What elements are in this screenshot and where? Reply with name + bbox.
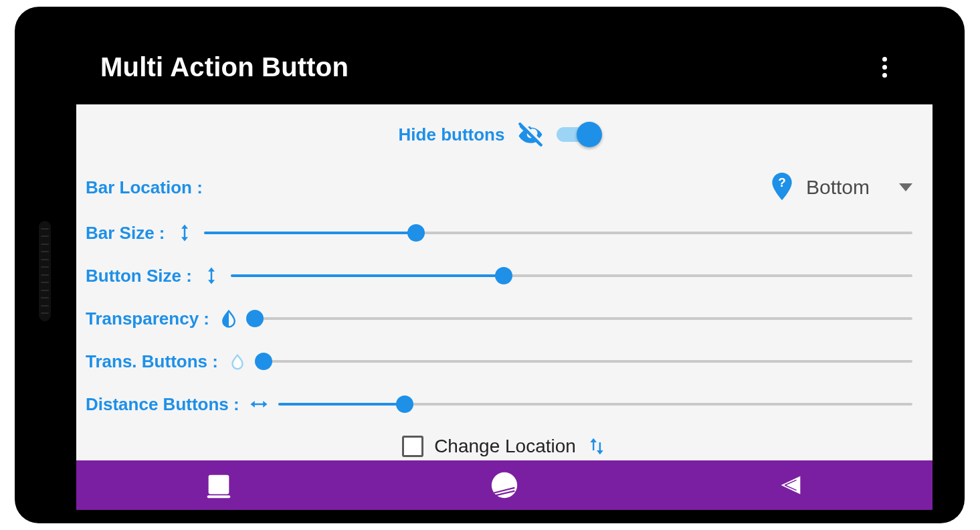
svg-rect-3 — [207, 495, 231, 498]
hide-buttons-row: Hide buttons — [86, 120, 912, 149]
svg-text:?: ? — [778, 175, 786, 189]
settings-content: Hide buttons Bar Location : ? — [76, 104, 933, 426]
bar-size-label: Bar Size : — [86, 223, 165, 244]
svg-rect-2 — [209, 475, 229, 495]
button-size-label: Button Size : — [86, 266, 192, 286]
transparency-slider[interactable] — [248, 308, 912, 329]
chevron-down-icon — [899, 183, 912, 191]
swap-vertical-icon — [587, 435, 607, 458]
nav-recent-button[interactable] — [203, 470, 234, 501]
bar-size-row: Bar Size : — [86, 211, 912, 254]
hide-buttons-toggle[interactable] — [557, 127, 599, 142]
device-frame: Multi Action Button Hide buttons Bar Loc… — [15, 7, 965, 523]
help-pin-icon[interactable]: ? — [770, 173, 794, 202]
trans-buttons-row: Trans. Buttons : — [86, 340, 912, 383]
distance-buttons-label: Distance Buttons : — [86, 394, 239, 415]
button-size-row: Button Size : — [86, 254, 912, 297]
vertical-arrows-icon — [201, 266, 221, 286]
distance-buttons-slider[interactable] — [278, 394, 912, 414]
app-title: Multi Action Button — [76, 52, 349, 82]
bar-size-slider[interactable] — [204, 223, 913, 243]
horizontal-arrows-icon — [249, 394, 269, 414]
app-screen: Hide buttons Bar Location : ? — [76, 104, 933, 510]
distance-buttons-row: Distance Buttons : — [86, 383, 912, 426]
droplet-half-icon — [219, 308, 239, 329]
transparency-label: Transparency : — [86, 308, 209, 329]
bar-location-dropdown[interactable]: Bottom — [806, 176, 912, 199]
change-location-checkbox[interactable] — [402, 436, 423, 457]
bar-location-row: Bar Location : ? Bottom — [86, 167, 912, 207]
hide-buttons-label: Hide buttons — [399, 124, 505, 145]
bar-location-value: Bottom — [806, 176, 870, 199]
bar-location-label: Bar Location : — [86, 177, 203, 198]
change-location-label: Change Location — [434, 436, 576, 457]
device-speaker — [39, 221, 51, 321]
change-location-row: Change Location — [76, 435, 933, 458]
trans-buttons-label: Trans. Buttons : — [86, 351, 218, 372]
transparency-row: Transparency : — [86, 297, 912, 340]
eye-off-icon — [516, 120, 545, 149]
toggle-knob — [577, 122, 602, 147]
button-size-slider[interactable] — [231, 266, 912, 286]
vertical-arrows-icon — [175, 223, 195, 243]
nav-bar — [76, 460, 933, 510]
app-bar: Multi Action Button — [76, 33, 924, 100]
trans-buttons-slider[interactable] — [257, 351, 912, 371]
nav-back-button[interactable] — [775, 470, 805, 501]
svg-point-4 — [492, 472, 517, 498]
droplet-outline-icon — [227, 351, 248, 371]
nav-home-button[interactable] — [489, 470, 520, 501]
more-options-button[interactable] — [868, 51, 900, 83]
